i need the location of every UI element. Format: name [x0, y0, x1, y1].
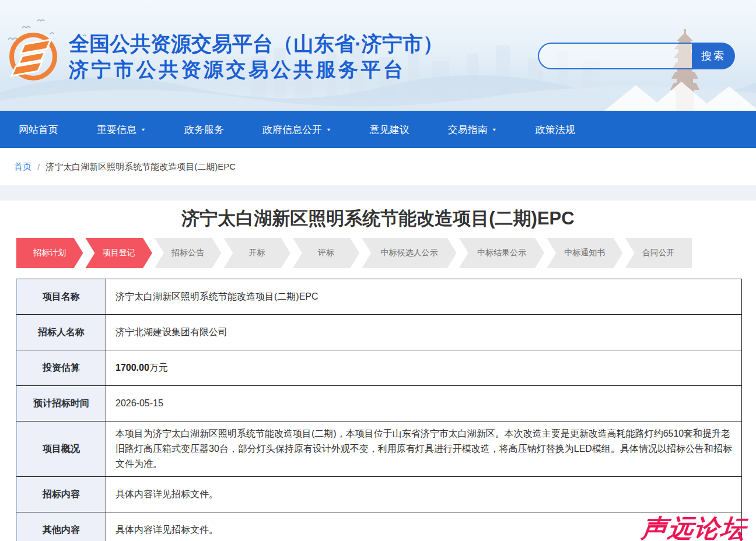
- breadcrumb: 首页 / 济宁太白湖新区照明系统节能改造项目(二期)EPC: [0, 148, 756, 185]
- table-row-expected-tender-time: 预计招标时间2026-05-15: [17, 386, 742, 421]
- bridge-sails: [604, 82, 756, 111]
- nav-item-label: 交易指南: [448, 123, 488, 136]
- site-title-line2: 济宁市公共资源交易公共服务平台: [69, 58, 443, 81]
- step-1[interactable]: 招标计划: [16, 238, 83, 268]
- breadcrumb-home-link[interactable]: 首页: [14, 161, 32, 173]
- step-9[interactable]: 合同公开: [625, 238, 692, 268]
- nav-item-label: 政府信息公开: [262, 123, 322, 136]
- row-label-investment-estimate: 投资估算: [17, 350, 106, 386]
- site-logo[interactable]: [7, 30, 60, 83]
- row-value-tenderer-name: 济宁北湖建设集团有限公司: [106, 315, 742, 350]
- breadcrumb-current: 济宁太白湖新区照明系统节能改造项目(二期)EPC: [46, 161, 236, 173]
- pagoda-illustration: [670, 29, 699, 111]
- project-table: 项目名称济宁太白湖新区照明系统节能改造项目(二期)EPC招标人名称济宁北湖建设集…: [16, 279, 742, 541]
- nav-item-6[interactable]: 交易指南▼: [448, 123, 497, 136]
- watermark-logo: 声远论坛: [640, 516, 748, 541]
- nav-item-label: 政策法规: [536, 123, 575, 136]
- table-row-tender-content: 招标内容具体内容详见招标文件。: [17, 477, 742, 512]
- row-label-tender-content: 招标内容: [17, 477, 106, 512]
- step-4[interactable]: 开标: [223, 238, 290, 268]
- nav-item-label: 政务服务: [184, 123, 224, 136]
- main-nav: 网站首页重要信息▼政务服务政府信息公开▼意见建议交易指南▼政策法规: [0, 111, 756, 148]
- chevron-down-icon: ▼: [326, 127, 331, 132]
- chevron-down-icon: ▼: [492, 127, 497, 132]
- row-label-other-content: 其他内容: [17, 512, 106, 541]
- row-label-project-name: 项目名称: [17, 279, 106, 315]
- table-row-investment-estimate: 投资估算1700.00万元: [17, 350, 742, 386]
- row-value-project-name: 济宁太白湖新区照明系统节能改造项目(二期)EPC: [106, 279, 742, 315]
- step-5[interactable]: 评标: [293, 238, 359, 268]
- row-value-expected-tender-time: 2026-05-15: [106, 386, 742, 421]
- nav-item-3[interactable]: 政务服务: [184, 123, 224, 136]
- step-3[interactable]: 招标公告: [155, 238, 221, 268]
- nav-item-4[interactable]: 政府信息公开▼: [262, 123, 331, 136]
- nav-item-label: 网站首页: [19, 123, 58, 136]
- progress-steps: 招标计划项目登记招标公告开标评标中标候选人公示中标结果公示中标通知书合同公开: [16, 238, 692, 268]
- step-6[interactable]: 中标候选人公示: [362, 238, 456, 268]
- nav-item-label: 重要信息: [97, 123, 136, 136]
- row-label-project-overview: 项目概况: [17, 421, 106, 477]
- search-input[interactable]: [538, 43, 692, 69]
- nav-item-1[interactable]: 网站首页: [19, 123, 58, 136]
- brand: 全国公共资源交易平台（山东省·济宁市） 济宁市公共资源交易公共服务平台: [7, 30, 443, 83]
- main-content: 济宁太白湖新区照明系统节能改造项目(二期)EPC 招标计划项目登记招标公告开标评…: [0, 201, 756, 541]
- nav-item-label: 意见建议: [370, 123, 410, 136]
- row-value-investment-estimate: 1700.00万元: [106, 350, 742, 386]
- nav-item-7[interactable]: 政策法规: [536, 123, 575, 136]
- nav-item-2[interactable]: 重要信息▼: [97, 123, 146, 136]
- row-value-tender-content: 具体内容详见招标文件。: [106, 477, 742, 512]
- step-2[interactable]: 项目登记: [85, 238, 152, 268]
- site-title-line1: 全国公共资源交易平台（山东省·济宁市）: [69, 32, 443, 55]
- step-8[interactable]: 中标通知书: [547, 238, 622, 268]
- table-row-tenderer-name: 招标人名称济宁北湖建设集团有限公司: [17, 315, 742, 350]
- row-value-project-overview: 本项目为济宁太白湖新区照明系统节能改造项目(二期)，本项目位于山东省济宁市太白湖…: [106, 421, 742, 477]
- row-label-tenderer-name: 招标人名称: [17, 315, 106, 350]
- page-gap-band: [0, 185, 756, 201]
- search-button[interactable]: 搜索: [692, 43, 735, 69]
- table-row-other-content: 其他内容具体内容详见招标文件。: [17, 512, 742, 541]
- mountain-ridge-near: [0, 86, 756, 111]
- table-row-project-overview: 项目概况本项目为济宁太白湖新区照明系统节能改造项目(二期)，本项目位于山东省济宁…: [17, 421, 742, 477]
- page-title: 济宁太白湖新区照明系统节能改造项目(二期)EPC: [0, 201, 756, 230]
- site-header: 全国公共资源交易平台（山东省·济宁市） 济宁市公共资源交易公共服务平台 搜索: [0, 0, 756, 111]
- step-7[interactable]: 中标结果公示: [459, 238, 544, 268]
- project-table-wrap: 项目名称济宁太白湖新区照明系统节能改造项目(二期)EPC招标人名称济宁北湖建设集…: [16, 279, 742, 541]
- breadcrumb-separator: /: [37, 162, 40, 172]
- chevron-down-icon: ▼: [141, 127, 146, 132]
- row-label-expected-tender-time: 预计招标时间: [17, 386, 106, 421]
- brand-text: 全国公共资源交易平台（山东省·济宁市） 济宁市公共资源交易公共服务平台: [69, 32, 443, 81]
- search-bar: 搜索: [538, 43, 735, 69]
- nav-item-5[interactable]: 意见建议: [370, 123, 410, 136]
- table-row-project-name: 项目名称济宁太白湖新区照明系统节能改造项目(二期)EPC: [17, 279, 742, 315]
